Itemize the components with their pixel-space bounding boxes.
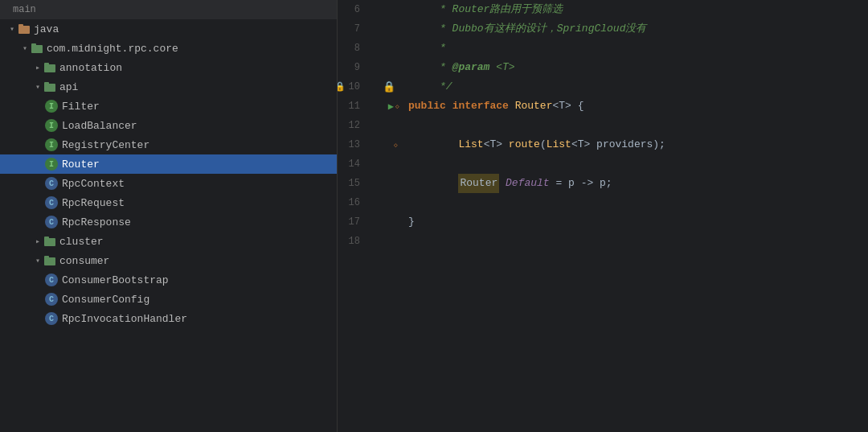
line-num-18: 18 [338, 232, 366, 251]
interface-badge: I [45, 100, 58, 113]
svg-rect-9 [44, 237, 49, 240]
class-badge: C [45, 216, 58, 228]
code-line-9: * @param <T> [408, 58, 868, 77]
rpcresponse-label: RpcResponse [62, 216, 131, 228]
line-num-14: 14 [338, 154, 366, 174]
chevron-icon: ▸ [32, 236, 43, 247]
code-text [446, 97, 452, 116]
code-line-12 [408, 116, 868, 135]
tree-item-rpcrequest[interactable]: C RpcRequest [0, 193, 337, 212]
line-num-17: 17 [338, 212, 366, 232]
svg-rect-3 [31, 43, 36, 47]
line-numbers: 6 7 8 9 🔒 10 11 12 13 14 15 16 17 18 [338, 0, 376, 432]
rpcrequest-label: RpcRequest [62, 197, 125, 209]
package-icon [43, 61, 56, 74]
code-text [499, 174, 506, 193]
gutter: 🔒 ▶ ⬦ ⬦ [376, 0, 402, 432]
line-num-16: 16 [338, 193, 366, 212]
tree-item-registrycenter[interactable]: I RegistryCenter [0, 135, 337, 154]
line-num-13: 13 [338, 135, 366, 154]
code-text: public [408, 97, 446, 116]
tree-item-consumer[interactable]: ▾ consumer [0, 251, 337, 270]
code-line-8: * [408, 39, 868, 58]
loadbalancer-label: LoadBalancer [62, 120, 137, 132]
class-badge: C [45, 177, 58, 190]
code-line-17: } [408, 212, 868, 232]
code-line-14 [408, 154, 868, 174]
router-highlight: Router [458, 174, 499, 193]
section-main: main [0, 0, 337, 19]
tree-item-java[interactable]: ▾ java [0, 19, 337, 39]
line-num-8: 8 [338, 39, 366, 58]
code-text: = p -> p; [550, 174, 612, 193]
line-num-6: 6 [338, 0, 366, 19]
chevron-icon: ▾ [32, 255, 43, 266]
code-line-16 [408, 193, 868, 212]
rpcinvocationhandler-label: RpcInvocationHandler [62, 313, 187, 325]
code-line-7: * Dubbo有这样的设计，SpringCloud没有 [408, 19, 868, 39]
code-text: List [458, 135, 483, 154]
registrycenter-label: RegistryCenter [62, 139, 149, 151]
line-num-10: 🔒 10 [338, 77, 366, 97]
class-badge: C [45, 293, 58, 306]
chevron-icon: ▾ [19, 43, 31, 54]
code-text: } [408, 212, 415, 232]
code-text: ( [540, 135, 547, 154]
class-badge: C [45, 274, 58, 286]
code-text: * Router路由用于预筛选 [408, 0, 563, 19]
code-text: route [509, 135, 540, 154]
line-num-12: 12 [338, 116, 366, 135]
tree-item-annotation[interactable]: ▸ annotation [0, 58, 337, 77]
code-text: */ [408, 77, 452, 97]
tree-item-api[interactable]: ▾ api [0, 77, 337, 97]
svg-rect-1 [18, 24, 23, 27]
code-text: <T> providers); [571, 135, 665, 154]
chevron-icon: ▾ [6, 23, 18, 35]
tree-item-com[interactable]: ▾ com.midnight.rpc.core [0, 39, 337, 58]
code-text [509, 97, 515, 116]
rpccontext-label: RpcContext [62, 178, 125, 190]
folder-icon [18, 23, 31, 35]
tree-item-loadbalancer[interactable]: I LoadBalancer [0, 116, 337, 135]
gutter-run-icon[interactable]: ▶ [388, 101, 394, 113]
gutter-lock-icon: 🔒 [383, 80, 395, 93]
svg-rect-5 [44, 63, 49, 66]
code-line-10: */ [408, 77, 868, 97]
consumerconfig-label: ConsumerConfig [62, 294, 149, 306]
filter-label: Filter [62, 101, 100, 113]
tree-item-rpccontext[interactable]: C RpcContext [0, 174, 337, 193]
code-line-11: public interface Router <T> { [408, 97, 868, 116]
chevron-icon: ▸ [32, 62, 43, 73]
tree-item-filter[interactable]: I Filter [0, 97, 337, 116]
code-text: <T> { [552, 97, 583, 116]
code-text: * [408, 58, 452, 77]
interface-badge: I [45, 158, 58, 171]
code-text: * Dubbo有这样的设计，SpringCloud没有 [408, 19, 646, 39]
line-num-7: 7 [338, 19, 366, 39]
file-tree: main ▾ java ▾ com.midnight.rpc.core ▸ [0, 0, 338, 432]
code-editor: 6 7 8 9 🔒 10 11 12 13 14 15 16 17 18 🔒 [338, 0, 868, 432]
consumer-label: consumer [59, 255, 109, 267]
chevron-icon: ▾ [32, 81, 43, 93]
tree-item-router[interactable]: I Router [0, 154, 337, 174]
code-line-15: Router Default = p -> p; [408, 174, 868, 193]
svg-rect-7 [44, 82, 49, 85]
package-icon [43, 235, 56, 248]
code-line-6: * Router路由用于预筛选 [408, 0, 868, 19]
section-label: main [6, 1, 43, 19]
tree-item-rpcinvocationhandler[interactable]: C RpcInvocationHandler [0, 309, 337, 328]
tree-item-cluster[interactable]: ▸ cluster [0, 232, 337, 251]
tree-item-consumerbootstrap[interactable]: C ConsumerBootstrap [0, 270, 337, 290]
tree-item-consumerconfig[interactable]: C ConsumerConfig [0, 290, 337, 309]
class-badge: C [45, 196, 58, 209]
package-icon [31, 42, 43, 55]
code-text: Router [515, 97, 553, 116]
cluster-label: cluster [59, 236, 104, 248]
line-num-15: 15 [338, 174, 366, 193]
package-icon [43, 80, 56, 93]
line-num-9: 9 [338, 58, 366, 77]
code-text: <T> [489, 58, 514, 77]
svg-rect-11 [44, 256, 49, 259]
consumerbootstrap-label: ConsumerBootstrap [62, 274, 169, 286]
tree-item-rpcresponse[interactable]: C RpcResponse [0, 212, 337, 232]
